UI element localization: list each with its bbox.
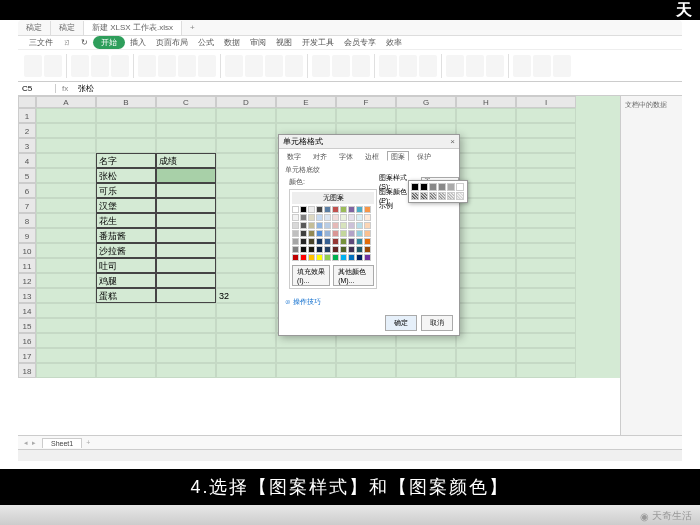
tab-doc2[interactable]: 稿定 [51,21,84,35]
ribbon-file[interactable]: 三文件 [24,37,58,48]
color-swatch[interactable] [356,222,363,229]
color-swatch[interactable] [300,254,307,261]
cell[interactable] [156,273,216,288]
cell[interactable]: 32 [216,288,276,303]
cell[interactable] [516,348,576,363]
cell[interactable] [96,318,156,333]
cell[interactable] [276,363,336,378]
cell[interactable] [336,363,396,378]
color-swatch[interactable] [308,214,315,221]
color-swatch[interactable] [316,206,323,213]
color-swatch[interactable] [300,246,307,253]
cell[interactable] [156,213,216,228]
cell[interactable] [276,348,336,363]
cell[interactable] [216,198,276,213]
cell[interactable]: 花生 [96,213,156,228]
pattern-swatch[interactable] [438,183,446,191]
cell[interactable] [36,183,96,198]
color-swatch[interactable] [308,222,315,229]
color-swatch[interactable] [316,254,323,261]
color-swatch[interactable] [332,238,339,245]
color-swatch[interactable] [364,254,371,261]
cell[interactable] [216,333,276,348]
cell[interactable] [516,213,576,228]
cell[interactable] [36,243,96,258]
color-swatch[interactable] [340,238,347,245]
color-swatch[interactable] [356,206,363,213]
color-swatch[interactable] [292,254,299,261]
cell[interactable] [36,198,96,213]
cell[interactable] [96,363,156,378]
color-swatch[interactable] [308,230,315,237]
cell[interactable] [516,183,576,198]
cell[interactable] [36,303,96,318]
pattern-swatch[interactable] [456,192,464,200]
cell[interactable] [156,258,216,273]
color-swatch[interactable] [308,238,315,245]
help-link[interactable]: ⊙ 操作技巧 [285,297,321,307]
cell[interactable] [96,123,156,138]
cell[interactable] [516,168,576,183]
cell[interactable] [36,168,96,183]
color-swatch[interactable] [292,222,299,229]
cell[interactable] [516,273,576,288]
color-swatch[interactable] [300,214,307,221]
color-swatch[interactable] [308,254,315,261]
color-swatch[interactable] [348,230,355,237]
cell[interactable] [456,273,516,288]
cell[interactable] [36,228,96,243]
cell[interactable] [516,198,576,213]
ok-button[interactable]: 确定 [385,315,417,331]
color-swatch[interactable] [340,222,347,229]
color-swatch[interactable] [300,238,307,245]
cell[interactable] [156,348,216,363]
cell[interactable] [36,333,96,348]
cell[interactable] [156,138,216,153]
cell[interactable]: 张松 [96,168,156,183]
cell[interactable] [516,108,576,123]
cell[interactable] [216,123,276,138]
cell[interactable] [336,108,396,123]
cell[interactable] [456,303,516,318]
cell[interactable] [96,108,156,123]
cell[interactable] [456,348,516,363]
cell[interactable] [216,318,276,333]
cell[interactable] [456,288,516,303]
color-swatch[interactable] [308,206,315,213]
cell[interactable]: 番茄酱 [96,228,156,243]
color-swatch[interactable] [292,230,299,237]
cell[interactable] [516,303,576,318]
cell[interactable] [456,258,516,273]
cell[interactable]: 可乐 [96,183,156,198]
color-swatch[interactable] [292,206,299,213]
color-swatch[interactable] [316,222,323,229]
color-swatch[interactable] [340,214,347,221]
cell[interactable] [216,108,276,123]
cell[interactable]: 名字 [96,153,156,168]
ribbon-home[interactable]: 开始 [93,36,125,49]
cell[interactable] [216,273,276,288]
cell[interactable] [216,303,276,318]
color-swatch[interactable] [300,230,307,237]
color-swatch[interactable] [332,254,339,261]
color-swatch[interactable] [300,222,307,229]
color-swatch[interactable] [348,214,355,221]
pattern-swatch[interactable] [420,183,428,191]
cell[interactable] [36,108,96,123]
cell[interactable] [36,318,96,333]
cell[interactable] [96,348,156,363]
cell[interactable] [516,228,576,243]
cell[interactable] [36,123,96,138]
fill-effects-button[interactable]: 填充效果(I)... [292,265,330,286]
cell[interactable] [516,123,576,138]
cell[interactable] [36,288,96,303]
color-swatch[interactable] [292,214,299,221]
color-swatch[interactable] [348,206,355,213]
color-swatch[interactable] [364,246,371,253]
color-swatch[interactable] [356,246,363,253]
cell[interactable] [516,153,576,168]
cell[interactable] [36,258,96,273]
color-swatch[interactable] [364,222,371,229]
cell[interactable] [36,153,96,168]
color-swatch[interactable] [324,230,331,237]
